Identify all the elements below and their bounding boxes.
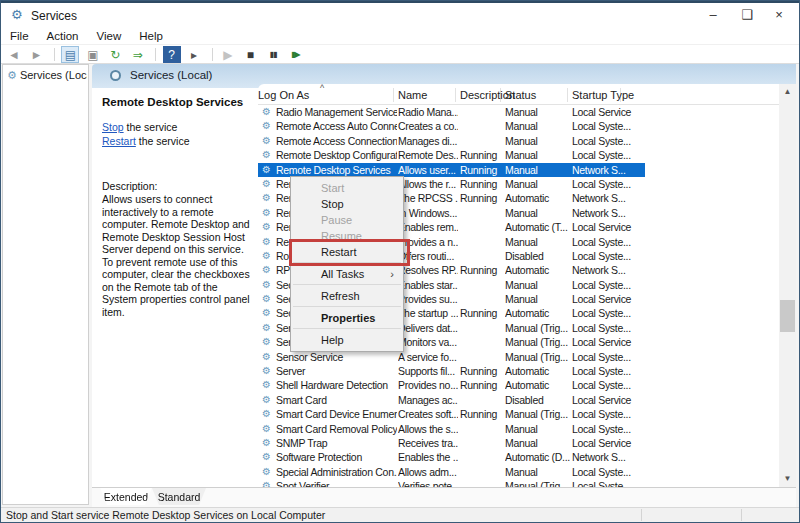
menu-item-label: Start [321,182,344,194]
toolbar-button-export-list[interactable]: ⇒ [129,46,147,63]
table-row[interactable]: ⚙ Special Administration Con... Allows a… [258,465,779,479]
column-header-status[interactable]: Status [505,89,536,101]
table-row[interactable]: ⚙ SNMP Trap Receives tra... Manual Local… [258,436,779,450]
toolbar-button-help[interactable]: ? [163,46,181,63]
table-row[interactable]: ⚙ Spot Verifier Verifies pote... Manual … [258,479,779,487]
restart-service-link[interactable]: Restart [102,135,136,147]
toolbar-button-show-console-tree[interactable]: ▤ [61,46,79,63]
cell-log-on-as: Local Syste... [572,364,644,378]
context-menu-item-all-tasks[interactable]: All Tasks › [293,266,401,285]
cell-log-on-as: Local Service [572,335,644,349]
scroll-up-icon[interactable]: ▲ [779,84,796,100]
cell-status: Running [460,148,504,162]
table-row[interactable]: ⚙ Remote Desktop Configurat... Remote De… [258,148,779,162]
context-menu-item-restart[interactable]: Restart › [293,244,401,263]
tab-extended[interactable]: Extended [100,488,152,505]
table-row[interactable]: ⚙ Remote Desktop Services Allows user...… [258,163,779,177]
column-divider[interactable] [393,88,394,102]
toolbar-button-restart-service[interactable]: ▮▶ [286,46,304,63]
description-text: Allows users to connect interactively to… [102,193,254,318]
table-row[interactable]: ⚙ Smart Card Device Enumera... Creates s… [258,407,779,421]
toolbar-icon: ▶ [223,48,232,62]
scroll-down-icon[interactable]: ▼ [779,471,796,487]
cell-startup-type: Disabled [505,249,570,263]
context-menu-item-refresh[interactable]: Refresh › [293,288,401,307]
column-header-log-on-as[interactable]: Log On As [258,89,309,101]
toolbar-button-refresh[interactable]: ↻ [106,46,124,63]
cell-log-on-as: Local Syste... [572,378,644,392]
column-divider[interactable] [567,88,568,102]
cell-log-on-as: Network S... [572,263,644,277]
context-menu-item-start[interactable]: Start › [293,180,401,196]
cell-log-on-as: Local Service [572,220,644,234]
cell-description: Creates a co... [398,119,458,133]
menu-item-label: Properties [321,312,375,324]
cell-startup-type: Automatic [505,306,570,320]
toolbar-button-stop-service[interactable]: ■ [241,46,259,63]
context-menu-item-pause[interactable]: Pause › [293,212,401,228]
menubar-item-help[interactable]: Help [130,28,172,42]
table-row[interactable]: ⚙ Smart Card Manages ac... Disabled Loca… [258,393,779,407]
toolbar-icon: ▸ [191,48,197,62]
service-gear-icon: ⚙ [262,465,271,479]
tab-standard[interactable]: Standard [152,488,206,505]
service-gear-icon: ⚙ [262,163,271,177]
context-menu-item-properties[interactable]: Properties › [293,310,401,329]
console-tree-panel: ⚙Services (Local) [2,64,89,505]
cell-description: Manages di... [398,134,458,148]
service-gear-icon: ⚙ [262,350,271,364]
cell-log-on-as: Local Service [572,436,644,450]
close-button[interactable]: × [761,3,797,27]
toolbar-button-back[interactable]: ◄ [5,46,23,63]
cell-name: SNMP Trap [276,436,397,450]
toolbar-button-pause-service[interactable]: ▮▮ [264,46,282,63]
table-row[interactable]: ⚙ Software Protection Enables the ... Au… [258,450,779,464]
toolbar-button-properties-window[interactable]: ▣ [84,46,102,63]
minimize-button[interactable]: – [695,3,731,27]
cell-startup-type: Manual [505,292,570,306]
cell-name: Spot Verifier [276,479,397,487]
column-header-name[interactable]: Name [398,89,427,101]
table-row[interactable]: ⚙ Smart Card Removal Policy Allows the s… [258,422,779,436]
cell-name: Smart Card Removal Policy [276,422,397,436]
cell-description: Allows the r... [398,177,458,191]
cell-description: The startup ... [398,306,458,320]
submenu-arrow-icon: › [390,266,394,282]
menubar-item-view[interactable]: View [88,28,131,42]
menubar-item-action[interactable]: Action [38,28,88,42]
context-menu-item-stop[interactable]: Stop › [293,196,401,212]
cell-status: Running [460,306,504,320]
cell-startup-type: Manual [505,177,570,191]
context-menu-item-help[interactable]: Help › [293,332,401,348]
stop-line: Stop the service [102,121,190,135]
stop-service-link[interactable]: Stop [102,121,124,133]
menubar-item-file[interactable]: File [1,28,38,42]
cell-log-on-as: Local Syste... [572,465,644,479]
services-window: ⚙ Services – ❑ × FileActionViewHelp ◄ ► … [0,0,800,523]
cell-startup-type: Manual (Trig... [505,407,570,421]
table-row[interactable]: ⚙ Remote Access Connection... Manages di… [258,134,779,148]
cell-description: In Windows... [398,206,458,220]
column-header-startup-type[interactable]: Startup Type [572,89,634,101]
cell-description: Radio Mana... [398,105,458,119]
toolbar-button-start-service[interactable]: ▶ [219,46,237,63]
toolbar-button-show-action-pane[interactable]: ▸ [185,46,203,63]
table-row[interactable]: ⚙ Radio Management Service Radio Mana...… [258,105,779,119]
toolbar-button-forward[interactable]: ► [27,46,45,63]
toolbar: ◄ ► ▤ ▣ ↻ ⇒ [1,45,799,64]
vertical-scrollbar[interactable]: ▲ ▼ [779,84,796,487]
statusbar-divider [641,509,642,521]
column-divider[interactable] [455,88,456,102]
cell-log-on-as: Local Syste... [572,350,644,364]
table-row[interactable]: ⚙ Shell Hardware Detection Provides no..… [258,378,779,392]
window-title: Services [31,9,77,23]
maximize-button[interactable]: ❑ [729,3,765,27]
service-gear-icon: ⚙ [262,436,271,450]
tree-item-services-local[interactable]: ⚙Services (Local) [5,69,87,85]
table-row[interactable]: ⚙ Remote Access Auto Conne... Creates a … [258,119,779,133]
toolbar-icon: ▣ [87,48,98,62]
scrollbar-thumb[interactable] [780,300,795,332]
cell-log-on-as: Local Syste... [572,148,644,162]
table-row[interactable]: ⚙ Server Supports fil... Running Automat… [258,364,779,378]
cell-log-on-as: Local Syste... [572,306,644,320]
